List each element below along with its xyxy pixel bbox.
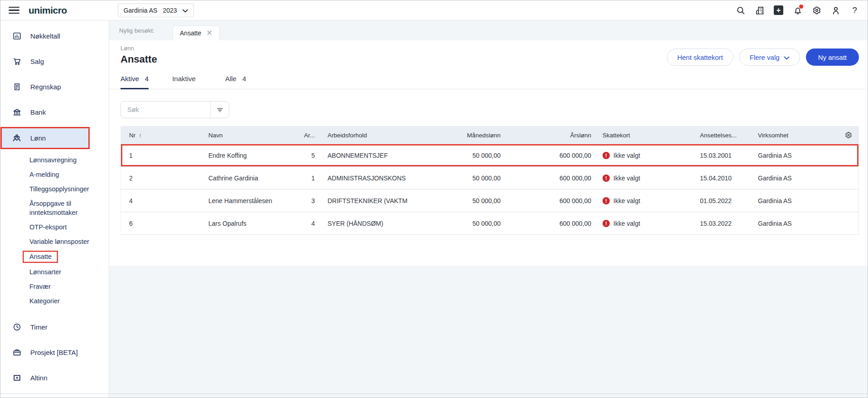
cell-nr: 2 bbox=[121, 175, 208, 182]
sidebar-subitem-ansatte[interactable]: Ansatte bbox=[0, 249, 109, 265]
sidebar-subitem-otp-eksport[interactable]: OTP-eksport bbox=[0, 220, 109, 234]
employees-table: Nr↑NavnAr...ArbeidsforholdMånedslønnÅrsl… bbox=[121, 126, 859, 235]
company-selector[interactable]: Gardinia AS 2023 bbox=[118, 3, 194, 17]
column-settings-icon[interactable] bbox=[839, 131, 858, 139]
tab-aktive[interactable]: Aktive4 bbox=[121, 75, 149, 89]
hent-skattekort-button[interactable]: Hent skattekort bbox=[667, 49, 733, 66]
sidebar-subitem-a-melding[interactable]: A-melding bbox=[0, 167, 109, 182]
column-header-skattekort[interactable]: Skattekort bbox=[598, 132, 688, 139]
sort-ascending-icon: ↑ bbox=[139, 132, 142, 139]
hamburger-menu-icon[interactable] bbox=[9, 5, 19, 16]
sidebar-subitem-label: Årsoppgave til inntektsmottaker bbox=[29, 200, 77, 216]
sidebar-subitem-kategorier[interactable]: Kategorier bbox=[0, 294, 109, 308]
cell-virksomhet: Gardinia AS bbox=[746, 197, 839, 204]
cell-ansettelsesdato: 15.03.2022 bbox=[688, 220, 746, 227]
search-box bbox=[121, 101, 229, 118]
sidebar: NøkkeltallSalgRegnskapBankLønnLønnsavreg… bbox=[0, 20, 109, 398]
ny-ansatt-button[interactable]: Ny ansatt bbox=[806, 49, 859, 66]
recent-tabstrip: Nylig besøkt: Ansatte ✕ bbox=[109, 20, 868, 40]
sidebar-subitem-tilleggsopplysninger[interactable]: Tilleggsopplysninger bbox=[0, 182, 109, 196]
tab-inaktive[interactable]: Inaktive bbox=[172, 75, 202, 89]
tab-count: 4 bbox=[242, 75, 246, 83]
sidebar-item-label: Prosjekt [BETA] bbox=[30, 349, 78, 356]
cell-arbeidsforhold: DRIFTSTEKNIKER (VAKTM bbox=[321, 197, 417, 204]
cell-arslonn: 600 000,00 bbox=[507, 175, 598, 182]
cell-arslonn: 600 000,00 bbox=[507, 152, 598, 159]
column-header-nr[interactable]: Nr↑ bbox=[121, 132, 208, 139]
sidebar-sublist-lonn: LønnsavregningA-meldingTilleggsopplysnin… bbox=[0, 153, 109, 308]
cell-arbeidsforhold: SYER (HÅNDSØM) bbox=[321, 220, 417, 227]
column-header-navn[interactable]: Navn bbox=[208, 132, 299, 139]
column-header-arslonn[interactable]: Årslønn bbox=[507, 132, 598, 139]
settings-icon[interactable] bbox=[811, 5, 822, 16]
close-icon[interactable]: ✕ bbox=[207, 29, 212, 37]
cell-ar: 1 bbox=[299, 175, 321, 182]
flere-valg-button[interactable]: Flere valg bbox=[739, 49, 800, 66]
sidebar-item-prosjekt[interactable]: Prosjekt [BETA] bbox=[0, 342, 109, 363]
sidebar-item-altinn[interactable]: Altinn bbox=[0, 367, 109, 388]
sidebar-item-salg[interactable]: Salg bbox=[0, 51, 109, 72]
sidebar-subitem-lonnsarter[interactable]: Lønnsarter bbox=[0, 265, 109, 279]
sidebar-subitem-variable-lonnsposter[interactable]: Variable lønnsposter bbox=[0, 234, 109, 249]
cart-icon bbox=[12, 56, 22, 66]
chevron-down-icon bbox=[784, 53, 790, 61]
sidebar-subitem-fravaer[interactable]: Fravær bbox=[0, 279, 109, 294]
alert-icon: ! bbox=[603, 220, 610, 227]
search-input[interactable] bbox=[121, 106, 210, 113]
sidebar-subitem-label: Lønnsarter bbox=[29, 268, 61, 276]
content-card: Lønn Ansatte Hent skattekort Flere valg … bbox=[109, 40, 868, 266]
table-row-2[interactable]: 2Cathrine Gardinia1ADMINISTRASJONSKONS50… bbox=[121, 167, 858, 189]
sidebar-item-label: Lønn bbox=[30, 134, 46, 142]
sidebar-subitem-label: Ansatte bbox=[23, 251, 58, 263]
recent-tab-ansatte[interactable]: Ansatte ✕ bbox=[173, 25, 220, 40]
sidebar-item-label: Regnskap bbox=[30, 83, 61, 91]
column-header-arbeidsforhold[interactable]: Arbeidsforhold bbox=[321, 132, 417, 139]
topbar-icons: + ? bbox=[735, 5, 860, 16]
table-row-4[interactable]: 6Lars Opalrufs4SYER (HÅNDSØM)50 000,0060… bbox=[121, 212, 858, 235]
bank-icon bbox=[12, 107, 22, 117]
cell-ansettelsesdato: 01.05.2022 bbox=[688, 197, 746, 204]
sidebar-item-nokkeltall[interactable]: Nøkkeltall bbox=[0, 25, 109, 46]
search-icon[interactable] bbox=[735, 5, 746, 16]
table-row-3[interactable]: 4Lene Hammerstålesen3DRIFTSTEKNIKER (VAK… bbox=[121, 189, 858, 212]
cell-virksomhet: Gardinia AS bbox=[746, 175, 839, 182]
bar-chart-icon bbox=[12, 31, 22, 41]
add-icon[interactable]: + bbox=[773, 5, 784, 16]
tab-alle[interactable]: Alle4 bbox=[225, 75, 246, 89]
app-logo: unimicro bbox=[29, 5, 67, 16]
column-header-virksomhet[interactable]: Virksomhet bbox=[746, 132, 839, 139]
cell-skattekort: !Ikke valgt bbox=[598, 175, 688, 182]
sidebar-item-timer[interactable]: Timer bbox=[0, 316, 109, 337]
cell-manedslonn: 50 000,00 bbox=[417, 175, 507, 182]
table-toolbar bbox=[109, 89, 868, 118]
sidebar-subitem-lonnsavregning[interactable]: Lønnsavregning bbox=[0, 153, 109, 167]
cell-manedslonn: 50 000,00 bbox=[417, 152, 507, 159]
cell-arbeidsforhold: ADMINISTRASJONSKONS bbox=[321, 175, 417, 182]
notifications-icon[interactable] bbox=[792, 5, 803, 16]
cell-arslonn: 600 000,00 bbox=[507, 197, 598, 204]
company-icon[interactable] bbox=[754, 5, 765, 16]
column-header-ansettelsesdato[interactable]: Ansettelses... bbox=[688, 132, 746, 139]
sidebar-item-lonn[interactable]: Lønn bbox=[0, 127, 90, 149]
notification-dot bbox=[799, 5, 803, 9]
help-icon[interactable]: ? bbox=[849, 5, 860, 16]
cell-arbeidsforhold: ABONNEMENTSJEF bbox=[321, 152, 417, 159]
sidebar-subitem-arsoppgave[interactable]: Årsoppgave til inntektsmottaker bbox=[0, 196, 109, 220]
bottom-divider bbox=[0, 393, 868, 394]
recent-label: Nylig besøkt: bbox=[119, 27, 154, 34]
sidebar-item-label: Nøkkeltall bbox=[30, 32, 60, 40]
profile-icon[interactable] bbox=[830, 5, 841, 16]
tab-count: 4 bbox=[145, 75, 149, 83]
sidebar-item-regnskap[interactable]: Regnskap bbox=[0, 76, 109, 97]
cell-ansettelsesdato: 15.04.2010 bbox=[688, 175, 746, 182]
sidebar-subitem-label: Tilleggsopplysninger bbox=[29, 185, 89, 193]
column-header-manedslonn[interactable]: Månedslønn bbox=[417, 132, 507, 139]
sidebar-item-bank[interactable]: Bank bbox=[0, 102, 109, 122]
sidebar-subitem-label: Fravær bbox=[29, 283, 51, 290]
filter-icon[interactable] bbox=[210, 102, 229, 118]
cell-skattekort: !Ikke valgt bbox=[598, 220, 688, 227]
table-row-1[interactable]: 1Endre Koffing5ABONNEMENTSJEF50 000,0060… bbox=[121, 144, 858, 167]
column-header-ar[interactable]: Ar... bbox=[299, 132, 321, 139]
briefcase-icon bbox=[12, 347, 22, 357]
cell-virksomhet: Gardinia AS bbox=[746, 152, 839, 159]
